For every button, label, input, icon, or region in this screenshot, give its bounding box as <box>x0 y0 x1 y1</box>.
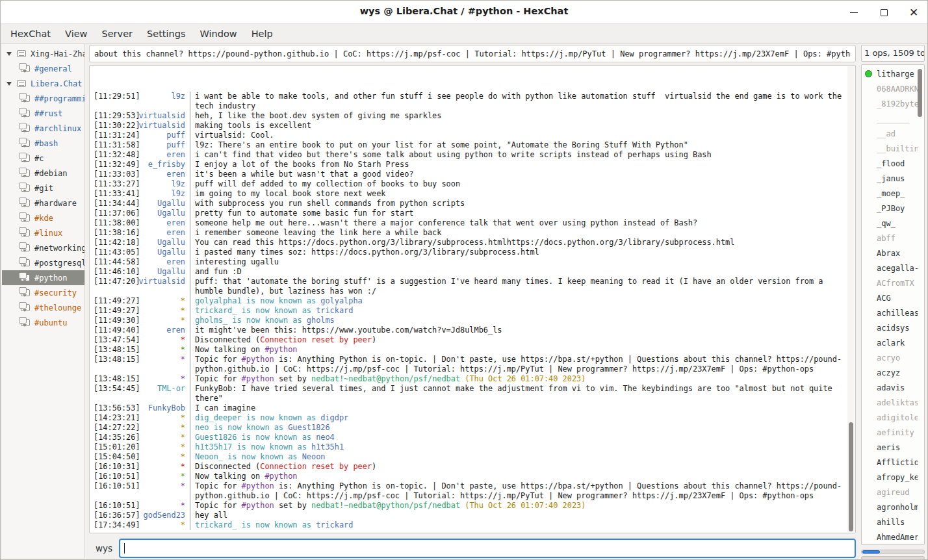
user-item[interactable]: Afflictio <box>862 455 918 470</box>
user-item[interactable]: ahills <box>862 515 918 529</box>
message-text: Now talking on #python <box>190 472 847 481</box>
user-item[interactable]: _______ <box>862 111 918 126</box>
user-item[interactable]: adavis <box>862 380 918 395</box>
user-item[interactable]: afropy_ke <box>862 470 918 485</box>
close-button[interactable]: ✕ <box>905 4 922 21</box>
user-item[interactable]: adigitole <box>862 410 918 425</box>
user-item[interactable]: acidsys <box>862 320 918 335</box>
userlist-scrollbar[interactable] <box>916 66 923 544</box>
tree-item--linux[interactable]: #linux <box>2 225 84 240</box>
expander-icon[interactable] <box>6 52 12 56</box>
event-star: * <box>136 501 190 511</box>
chat-scrollbar[interactable] <box>847 66 855 532</box>
channel-icon <box>21 95 30 102</box>
user-item[interactable]: aczyz <box>862 365 918 380</box>
nick: eren <box>136 170 190 179</box>
user-item[interactable]: Abrax <box>862 246 918 261</box>
tree-item--kde[interactable]: #kde <box>2 210 84 225</box>
tree-item--archlinux[interactable]: #archlinux <box>2 121 84 136</box>
user-item[interactable]: acryo <box>862 350 918 365</box>
userlist-header: 1 ops, 1509 total <box>861 45 925 62</box>
message-text: im going to my local book store next wee… <box>190 189 847 199</box>
user-item[interactable]: 068AADRKN <box>862 81 918 96</box>
user-item[interactable]: agireud <box>862 485 918 500</box>
menu-item-settings[interactable]: Settings <box>140 26 192 42</box>
user-item[interactable]: __builtin <box>862 141 918 156</box>
tree-item--programming[interactable]: ##programming <box>2 91 84 106</box>
tree-item-xing-hai-zhan[interactable]: Xing-Hai-Zhan <box>2 46 84 61</box>
tree-item-label: Libera.Chat <box>31 79 82 88</box>
menu-item-view[interactable]: View <box>58 26 94 42</box>
tree-item--security[interactable]: #security <box>2 285 84 300</box>
message-text: Topic for #python set by nedbat!~nedbat@… <box>190 374 847 384</box>
maximize-button[interactable] <box>875 4 892 21</box>
tree-item--debian[interactable]: #debian <box>2 166 84 181</box>
user-item[interactable]: adeliktas <box>862 395 918 410</box>
user-item[interactable]: aefinity <box>862 425 918 440</box>
user-nick: achilleas <box>877 309 918 318</box>
tree-item--postgresql[interactable]: #postgresql <box>2 255 84 270</box>
expander-icon[interactable] <box>6 82 12 86</box>
tree-item-label: Xing-Hai-Zhan <box>31 49 84 58</box>
tree-item-label: #python <box>34 274 68 283</box>
menu-item-help[interactable]: Help <box>244 26 280 42</box>
user-item[interactable]: abff <box>862 231 918 246</box>
minimize-button[interactable] <box>845 4 862 21</box>
tree-item--c[interactable]: #c <box>2 151 84 166</box>
user-item[interactable]: ACG <box>862 290 918 305</box>
user-item[interactable]: achilleas <box>862 305 918 320</box>
message-text: neo is now known as Guest1826 <box>190 423 847 433</box>
tree-item-label: ##programming <box>34 94 84 103</box>
maximize-icon <box>881 9 888 16</box>
user-item[interactable]: _qw_ <box>862 216 918 231</box>
tree-item--git[interactable]: #git <box>2 181 84 196</box>
timestamp: [13:48:15] <box>90 374 136 384</box>
tree-item-label: #thelounge <box>34 303 81 312</box>
user-item[interactable]: acegalla- <box>862 261 918 275</box>
message-text: golyalpha1 is now known as golyalpha <box>190 296 847 306</box>
user-item[interactable]: aeris <box>862 440 918 455</box>
user-nick: _PJBoy <box>877 204 905 213</box>
user-item[interactable]: _moep_ <box>862 186 918 201</box>
user-item[interactable]: _flood <box>862 156 918 171</box>
message-text: it's been a while but wasn't that a good… <box>190 170 847 179</box>
user-item[interactable]: litharge <box>862 66 918 81</box>
menu-item-window[interactable]: Window <box>193 26 244 42</box>
user-item[interactable]: agronholm <box>862 500 918 515</box>
user-item[interactable]: _janus <box>862 171 918 186</box>
tree-item-libera-chat[interactable]: Libera.Chat <box>2 76 84 91</box>
tree-item--hardware[interactable]: #hardware <box>2 196 84 210</box>
user-item[interactable]: AhmedAmer <box>862 529 918 544</box>
user-item[interactable]: aclark <box>862 335 918 350</box>
user-item[interactable]: _8192byte <box>862 96 918 111</box>
tree-item--thelounge[interactable]: #thelounge <box>2 300 84 315</box>
user-nick: ACG <box>877 294 891 303</box>
nick: FunkyBob <box>136 403 190 413</box>
message-input[interactable] <box>119 539 856 558</box>
topic-input[interactable] <box>89 45 856 62</box>
menu-item-server[interactable]: Server <box>94 26 140 42</box>
tree-item--rust[interactable]: ##rust <box>2 106 84 121</box>
menu-item-hexchat[interactable]: HexChat <box>3 26 58 42</box>
event-star: * <box>136 296 190 306</box>
user-item[interactable]: __ad <box>862 126 918 141</box>
chat-scrollbar-thumb[interactable] <box>849 422 853 531</box>
tree-item--networking[interactable]: #networking <box>2 240 84 255</box>
tree-item--general[interactable]: #general <box>2 61 84 76</box>
tree-item--ubuntu[interactable]: #ubuntu <box>2 315 84 330</box>
message-text: h1t35h17 is now known as h1t35h1 <box>190 442 847 452</box>
timestamp: [11:29:51] <box>90 92 136 101</box>
tree-item--bash[interactable]: #bash <box>2 136 84 151</box>
tree-item--python[interactable]: #python <box>2 270 84 285</box>
userlist-scrollbar-thumb[interactable] <box>918 69 922 117</box>
nick: Ugallu <box>136 267 190 277</box>
nick-button[interactable]: wys <box>89 543 119 554</box>
message-text: trickard_ is now known as trickard <box>190 306 847 316</box>
user-nick: _flood <box>877 159 905 168</box>
user-item[interactable]: ACfromTX <box>862 275 918 290</box>
event-star: * <box>136 481 190 491</box>
message-text: puff: that 'automate the boring stuff' i… <box>190 277 847 296</box>
nick: e_frisby <box>136 160 190 170</box>
minimize-icon <box>850 12 858 13</box>
user-item[interactable]: _PJBoy <box>862 201 918 216</box>
